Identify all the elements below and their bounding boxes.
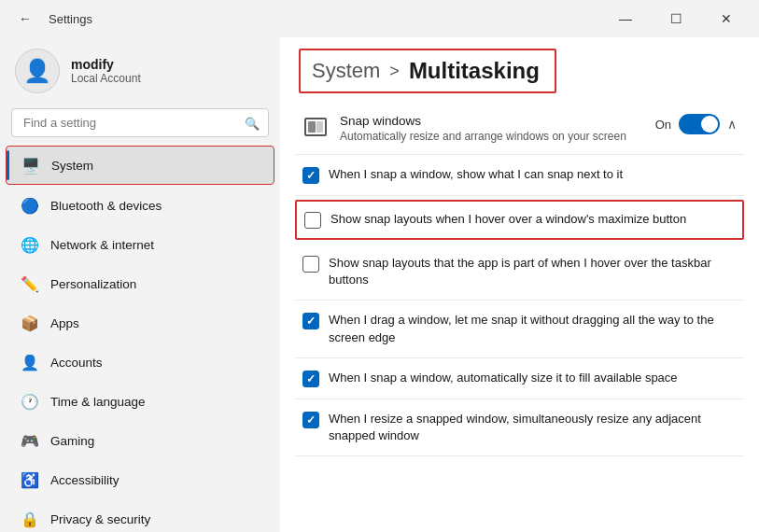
setting-label: Show snap layouts when I hover over a wi…: [330, 211, 686, 228]
sidebar-item-privacy[interactable]: 🔒 Privacy & security: [6, 500, 274, 532]
user-info: modify Local Account: [71, 57, 141, 85]
sidebar-item-label: Accounts: [50, 356, 103, 370]
setting-snap-resize-adjacent: When I resize a snapped window, simultan…: [295, 399, 744, 456]
user-section: 👤 modify Local Account: [0, 37, 280, 108]
setting-snap-auto-size: When I snap a window, automatically size…: [295, 358, 744, 399]
search-input[interactable]: [11, 108, 269, 137]
accounts-icon: 👤: [21, 353, 39, 371]
breadcrumb-system: System: [312, 59, 380, 83]
title-bar: ← Settings — ☐ ✕: [0, 0, 759, 37]
checkbox-snap-without-dragging[interactable]: [302, 313, 319, 329]
sidebar-item-time[interactable]: 🕐 Time & language: [6, 383, 274, 420]
sidebar-item-label: Network & internet: [50, 238, 154, 252]
search-box: 🔍: [11, 108, 269, 137]
chevron-up-icon[interactable]: ∧: [727, 117, 737, 132]
snap-windows-desc: Automatically resize and arrange windows…: [340, 130, 644, 143]
maximize-button[interactable]: ☐: [654, 5, 697, 33]
snap-windows-toggle[interactable]: [679, 114, 720, 134]
content-area: System > Multitasking Snap windows Autom…: [280, 37, 759, 532]
snap-windows-title: Snap windows: [340, 114, 644, 128]
setting-label: When I drag a window, let me snap it wit…: [329, 312, 737, 345]
snap-windows-row: Snap windows Automatically resize and ar…: [295, 101, 744, 155]
checkbox-snap-layouts-hover[interactable]: [304, 212, 321, 229]
user-name: modify: [71, 57, 141, 72]
window-title: Settings: [49, 12, 92, 26]
search-icon: 🔍: [245, 116, 260, 130]
setting-snap-layouts-taskbar: Show snap layouts that the app is part o…: [295, 244, 744, 301]
setting-snap-layouts-hover: Show snap layouts when I hover over a wi…: [295, 200, 744, 240]
checkbox-snap-resize-adjacent[interactable]: [302, 412, 319, 428]
apps-icon: 📦: [21, 314, 39, 332]
network-icon: 🌐: [21, 235, 39, 254]
setting-snap-without-dragging: When I drag a window, let me snap it wit…: [295, 301, 744, 357]
setting-snap-show-next: When I snap a window, show what I can sn…: [295, 155, 744, 196]
system-icon: 🖥️: [21, 156, 40, 175]
checkbox-snap-layouts-taskbar[interactable]: [302, 256, 319, 273]
sidebar-item-label: Bluetooth & devices: [50, 199, 162, 213]
setting-label: Show snap layouts that the app is part o…: [329, 255, 737, 288]
sidebar-item-label: Accessibility: [50, 473, 119, 487]
snap-windows-control: On ∧: [655, 114, 737, 134]
sidebar-item-label: Time & language: [50, 395, 146, 409]
sidebar-item-network[interactable]: 🌐 Network & internet: [6, 226, 274, 263]
sidebar-item-bluetooth[interactable]: 🔵 Bluetooth & devices: [6, 187, 274, 224]
minimize-button[interactable]: —: [604, 5, 647, 33]
toggle-label: On: [655, 118, 671, 132]
sidebar-item-label: Gaming: [50, 434, 94, 448]
back-button[interactable]: ←: [11, 5, 39, 33]
user-account-type: Local Account: [71, 72, 141, 85]
setting-label: When I snap a window, automatically size…: [329, 370, 678, 386]
close-button[interactable]: ✕: [705, 5, 748, 33]
sidebar-item-label: Privacy & security: [50, 512, 150, 526]
setting-label: When I snap a window, show what I can sn…: [329, 166, 623, 183]
breadcrumb-chevron: >: [389, 62, 400, 81]
accessibility-icon: ♿: [21, 470, 39, 489]
snap-windows-icon: [302, 114, 329, 140]
checkbox-snap-auto-size[interactable]: [302, 371, 319, 387]
sidebar-item-accounts[interactable]: 👤 Accounts: [6, 343, 274, 381]
setting-label: When I resize a snapped window, simultan…: [329, 411, 737, 444]
sidebar-item-apps[interactable]: 📦 Apps: [6, 304, 274, 342]
page-title: Multitasking: [409, 58, 540, 84]
time-icon: 🕐: [21, 392, 39, 411]
sidebar-item-label: Personalization: [50, 277, 136, 291]
sidebar: 👤 modify Local Account 🔍 🖥️ System 🔵 Blu…: [0, 37, 280, 532]
privacy-icon: 🔒: [21, 510, 39, 528]
sidebar-item-accessibility[interactable]: ♿ Accessibility: [6, 461, 274, 498]
snap-windows-text: Snap windows Automatically resize and ar…: [340, 114, 644, 143]
toggle-knob: [701, 116, 718, 133]
checkbox-snap-show-next[interactable]: [302, 167, 319, 184]
avatar: 👤: [15, 49, 60, 93]
sidebar-item-system[interactable]: 🖥️ System: [6, 146, 274, 185]
personalization-icon: ✏️: [21, 274, 39, 293]
sidebar-item-label: System: [51, 159, 93, 173]
gaming-icon: 🎮: [21, 431, 39, 450]
sidebar-item-personalization[interactable]: ✏️ Personalization: [6, 265, 274, 302]
bluetooth-icon: 🔵: [21, 196, 39, 215]
sidebar-item-label: Apps: [50, 316, 79, 330]
sidebar-item-gaming[interactable]: 🎮 Gaming: [6, 422, 274, 459]
